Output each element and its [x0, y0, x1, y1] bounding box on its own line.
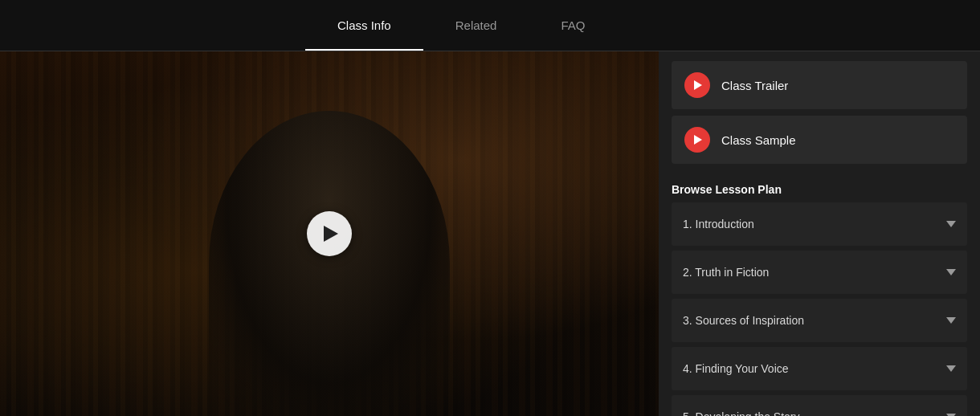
sample-play-circle: [684, 127, 710, 153]
lesson-item[interactable]: 3. Sources of Inspiration: [672, 299, 967, 342]
lesson-item-label-4: 4. Finding Your Voice: [683, 362, 789, 375]
video-thumbnail: [0, 51, 659, 416]
person-silhouette: [209, 111, 450, 416]
main-content: Class Trailer Class Sample Browse Lesson…: [0, 51, 980, 416]
chevron-down-icon: [946, 365, 956, 372]
class-trailer-button[interactable]: Class Trailer: [672, 61, 967, 109]
tab-faq[interactable]: FAQ: [529, 0, 617, 51]
lesson-item[interactable]: 1. Introduction: [672, 202, 967, 246]
top-navigation: Class Info Related FAQ: [0, 0, 980, 51]
sample-play-icon: [694, 135, 702, 145]
chevron-down-icon: [946, 269, 956, 275]
lesson-list[interactable]: 1. Introduction2. Truth in Fiction3. Sou…: [672, 202, 967, 416]
play-icon: [324, 226, 338, 242]
play-button[interactable]: [307, 211, 352, 256]
lesson-item-label-3: 3. Sources of Inspiration: [683, 314, 804, 327]
tab-class-info[interactable]: Class Info: [305, 0, 423, 51]
class-sample-button[interactable]: Class Sample: [672, 116, 967, 164]
lesson-item-label-5: 5. Developing the Story: [683, 410, 800, 416]
class-sample-label: Class Sample: [721, 133, 796, 147]
class-trailer-label: Class Trailer: [721, 79, 788, 92]
action-buttons: Class Trailer Class Sample: [659, 51, 980, 173]
lesson-item[interactable]: 4. Finding Your Voice: [672, 347, 967, 390]
lesson-item-label-1: 1. Introduction: [683, 218, 754, 230]
lesson-plan-title: Browse Lesson Plan: [672, 180, 967, 202]
chevron-down-icon: [946, 221, 956, 227]
tab-related[interactable]: Related: [423, 0, 529, 51]
lesson-item[interactable]: 5. Developing the Story: [672, 395, 967, 416]
right-panel: Class Trailer Class Sample Browse Lesson…: [659, 51, 980, 416]
lesson-item[interactable]: 2. Truth in Fiction: [672, 251, 967, 294]
trailer-play-circle: [684, 72, 710, 98]
trailer-play-icon: [694, 80, 702, 90]
video-player: [0, 51, 659, 416]
chevron-down-icon: [946, 317, 956, 324]
lesson-item-label-2: 2. Truth in Fiction: [683, 266, 769, 279]
lesson-plan-section: Browse Lesson Plan 1. Introduction2. Tru…: [659, 173, 980, 416]
